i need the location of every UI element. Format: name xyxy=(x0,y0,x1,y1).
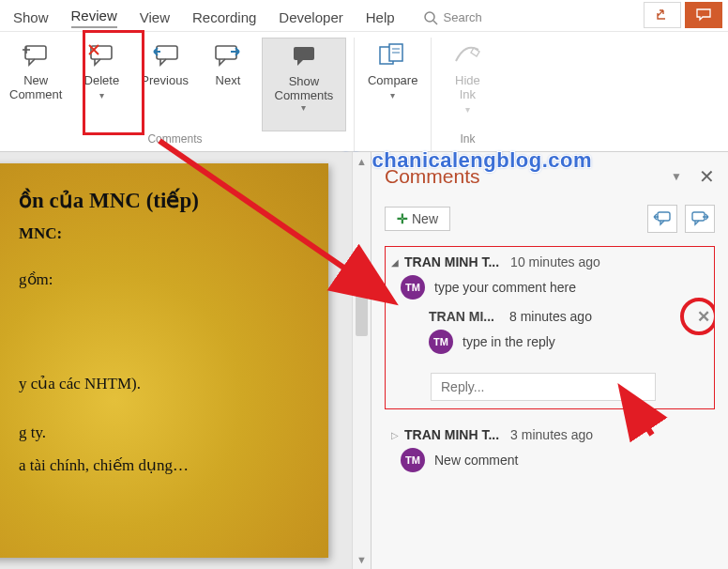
new-comment-icon xyxy=(19,41,53,69)
ribbon: New Comment Delete ▾ Previous Next xyxy=(0,32,728,152)
chevron-down-icon: ▾ xyxy=(301,102,306,113)
hide-ink-button[interactable]: Hide Ink ▾ xyxy=(439,38,495,131)
slide-area: ồn của MNC (tiếp) MNC: gồm: y của các NH… xyxy=(0,152,372,569)
group-label-ink: Ink xyxy=(439,132,495,149)
menu-developer[interactable]: Developer xyxy=(279,9,342,25)
comments-pane: Comments ▼ ✕ ✛ New xyxy=(372,152,728,569)
group-label-compare xyxy=(362,132,423,149)
comment-author: TRAN MINH T... xyxy=(404,254,499,269)
svg-rect-2 xyxy=(25,46,46,59)
slide-subtitle: MNC: xyxy=(19,224,308,243)
avatar: TM xyxy=(401,448,425,472)
show-comments-label: Show Comments xyxy=(275,74,334,102)
comment-time: 3 minutes ago xyxy=(510,427,593,442)
slide-scrollbar[interactable]: ▲ ▼ xyxy=(352,152,371,569)
next-icon xyxy=(211,41,245,69)
collapse-icon[interactable]: ▷ xyxy=(391,430,399,440)
compare-button[interactable]: Compare ▾ xyxy=(362,38,423,131)
menu-recording[interactable]: Recording xyxy=(192,9,256,25)
svg-rect-5 xyxy=(91,46,112,59)
collapse-icon[interactable]: ◢ xyxy=(391,257,399,268)
chevron-down-icon: ▾ xyxy=(99,90,104,100)
new-comment-label: New Comment xyxy=(9,73,62,101)
comment-text: type your comment here xyxy=(434,280,576,295)
pane-close-icon[interactable]: ✕ xyxy=(699,165,715,188)
reply-author: TRAN MI... xyxy=(429,309,494,324)
svg-rect-8 xyxy=(157,46,177,59)
group-label-comments: Comments xyxy=(4,132,346,149)
prev-comment-nav[interactable] xyxy=(647,205,677,233)
svg-point-0 xyxy=(425,12,434,22)
comment-thread[interactable]: ▷ TRAN MINH T... 3 minutes ago TM New co… xyxy=(385,419,715,490)
comment-author: TRAN MINH T... xyxy=(404,427,499,442)
comment-thread[interactable]: ◢ TRAN MINH T... 10 minutes ago TM type … xyxy=(385,246,715,409)
scroll-up-icon[interactable]: ▲ xyxy=(356,156,367,167)
menu-view[interactable]: View xyxy=(140,9,170,25)
previous-label: Previous xyxy=(141,73,189,87)
scroll-down-icon[interactable]: ▼ xyxy=(356,554,367,565)
share-icon xyxy=(655,8,670,23)
pane-menu-icon[interactable]: ▼ xyxy=(671,170,682,183)
search-label: Search xyxy=(444,10,482,24)
comment-time: 10 minutes ago xyxy=(510,254,600,269)
reply-text: type in the reply xyxy=(463,334,555,349)
show-comments-button[interactable]: Show Comments ▾ xyxy=(262,38,346,131)
slide: ồn của MNC (tiếp) MNC: gồm: y của các NH… xyxy=(0,163,328,558)
watermark-text: Mechanicalengblog.com xyxy=(342,148,592,173)
svg-line-1 xyxy=(433,21,437,24)
next-bubble-icon xyxy=(690,210,709,227)
chevron-down-icon: ▾ xyxy=(390,90,395,100)
search-icon xyxy=(423,10,438,25)
share-button[interactable] xyxy=(644,2,681,28)
reply-input[interactable] xyxy=(431,373,656,401)
avatar: TM xyxy=(401,275,425,300)
workspace: ồn của MNC (tiếp) MNC: gồm: y của các NH… xyxy=(0,152,728,569)
delete-comment-label: Delete xyxy=(84,73,120,87)
menu-review[interactable]: Review xyxy=(71,8,117,28)
slide-line: y của các NHTM). xyxy=(19,374,308,393)
svg-rect-10 xyxy=(294,47,314,60)
comment-text: New comment xyxy=(434,453,518,468)
hide-ink-label: Hide Ink xyxy=(455,73,480,101)
scroll-track[interactable] xyxy=(353,167,371,554)
delete-reply-icon[interactable]: ✕ xyxy=(697,307,710,327)
menu-show[interactable]: Show xyxy=(13,9,49,25)
chevron-down-icon: ▾ xyxy=(465,104,470,115)
new-comment-pane-button[interactable]: ✛ New xyxy=(385,207,450,231)
next-label: Next xyxy=(216,73,241,87)
prev-bubble-icon xyxy=(653,210,672,227)
new-comment-button[interactable]: New Comment xyxy=(4,38,68,131)
delete-comment-icon xyxy=(84,41,118,69)
title-comments-button[interactable] xyxy=(685,2,722,28)
scroll-thumb[interactable] xyxy=(356,270,368,336)
slide-title: ồn của MNC (tiếp) xyxy=(19,188,308,213)
comment-icon xyxy=(696,8,711,22)
svg-rect-15 xyxy=(658,212,670,221)
previous-comment-button[interactable]: Previous xyxy=(135,38,194,131)
menu-bar: Show Review View Recording Developer Hel… xyxy=(0,0,728,32)
next-comment-button[interactable]: Next xyxy=(200,38,256,131)
delete-comment-button[interactable]: Delete ▾ xyxy=(73,38,129,131)
compare-icon xyxy=(376,41,410,69)
avatar: TM xyxy=(429,330,453,354)
slide-line: gồm: xyxy=(19,269,308,289)
slide-line: a tài chính, chiếm dụng… xyxy=(19,455,308,475)
new-comment-pane-label: New xyxy=(412,211,438,226)
plus-icon: ✛ xyxy=(397,211,408,226)
thread-list: ◢ TRAN MINH T... 10 minutes ago TM type … xyxy=(385,246,715,569)
show-comments-icon xyxy=(287,42,321,70)
svg-rect-9 xyxy=(216,46,236,59)
next-comment-nav[interactable] xyxy=(685,205,715,233)
previous-icon xyxy=(148,41,182,69)
slide-line: g ty. xyxy=(19,423,308,442)
reply-time: 8 minutes ago xyxy=(509,309,592,324)
menu-help[interactable]: Help xyxy=(366,9,395,25)
search-box[interactable]: Search xyxy=(423,10,482,25)
compare-label: Compare xyxy=(368,73,417,87)
hide-ink-icon xyxy=(450,41,484,69)
